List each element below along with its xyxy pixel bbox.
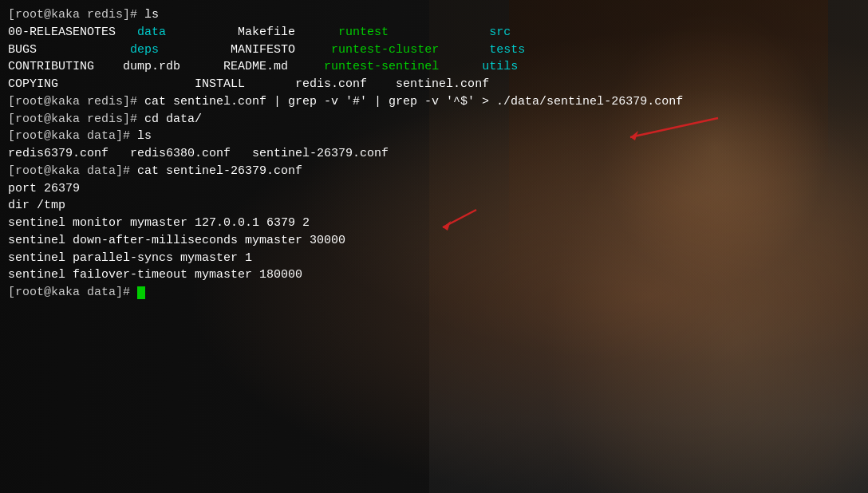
terminal-line-6: [root@kaka redis]# cat sentinel.conf | g… [8,95,683,108]
terminal-line-4: CONTRIBUTING dump.rdb README.md runtest-… [8,58,860,76]
file-name: src [489,26,511,39]
config-line: sentinel monitor mymaster 127.0.0.1 6379… [8,216,310,230]
terminal-line-11: port 26379 [8,180,860,198]
terminal-line-8: [root@kaka data]# ls [8,128,860,145]
file-sentinel-conf: sentinel-26379.conf [252,147,389,160]
prompt: [root@kaka data]# [8,129,137,143]
terminal-line-13: sentinel monitor mymaster 127.0.0.1 6379… [8,215,860,232]
terminal-line-9: redis6379.conf redis6380.conf sentinel-2… [8,145,860,163]
terminal-line-14: sentinel down-after-milliseconds mymaste… [8,232,860,250]
file-name: redis.conf [295,77,367,91]
command: ls [144,8,159,22]
terminal-line-17: [root@kaka data]# [8,284,860,302]
config-line: sentinel parallel-syncs mymaster 1 [8,251,252,265]
terminal-line-2: 00-RELEASENOTES data Makefile runtest sr… [8,24,860,41]
file-name: 00-RELEASENOTES [8,26,116,39]
file-name: redis6380.conf [130,147,231,160]
file-name: utils [482,60,518,73]
file-name: BUGS [8,43,37,57]
terminal-line-7: [root@kaka redis]# cd data/ [8,111,860,128]
file-name: data [137,26,166,39]
prompt: [root@kaka redis]# [8,95,144,108]
prompt: [root@kaka redis]# [8,112,144,126]
file-contributing: CONTRIBUTING [8,60,94,73]
terminal-line-15: sentinel parallel-syncs mymaster 1 [8,250,860,267]
file-name: runtest [338,26,389,39]
config-line: sentinel failover-timeout mymaster 18000… [8,268,302,282]
file-name: sentinel.conf [396,77,489,91]
file-name: Makefile [238,26,295,39]
command: ls [137,129,152,143]
terminal-line-5: COPYING INSTALL redis.conf sentinel.conf [8,76,860,93]
file-name: INSTALL [195,77,245,91]
command: cat sentinel-26379.conf [137,164,302,178]
terminal-line-3: BUGS deps MANIFESTO runtest-cluster test… [8,41,860,59]
prompt: [root@kaka redis]# [8,8,144,22]
config-line: port 26379 [8,182,80,195]
file-name: deps [130,43,159,57]
command: cd data/ [144,112,202,126]
file-name: tests [489,43,525,57]
config-line: sentinel down-after-milliseconds mymaste… [8,234,345,247]
file-name: MANIFESTO [231,43,295,57]
file-name: COPYING [8,77,58,91]
command: cat sentinel.conf | grep -v '#' | grep -… [144,95,683,108]
terminal-line-1: [root@kaka redis]# ls [8,6,860,24]
prompt: [root@kaka data]# [8,286,137,299]
terminal-window: [root@kaka redis]# ls 00-RELEASENOTES da… [0,0,868,308]
file-name: runtest-cluster [331,43,439,57]
file-name: dump.rdb [123,60,180,73]
file-name: README.md [223,60,288,73]
file-name: redis6379.conf [8,147,108,160]
terminal-cursor [137,286,145,299]
terminal-line-12: dir /tmp [8,197,860,215]
prompt: [root@kaka data]# [8,164,137,178]
terminal-line-16: sentinel failover-timeout mymaster 18000… [8,266,860,284]
terminal-line-10: [root@kaka data]# cat sentinel-26379.con… [8,163,860,180]
config-line: dir /tmp [8,199,65,212]
file-name: runtest-sentinel [324,60,439,73]
